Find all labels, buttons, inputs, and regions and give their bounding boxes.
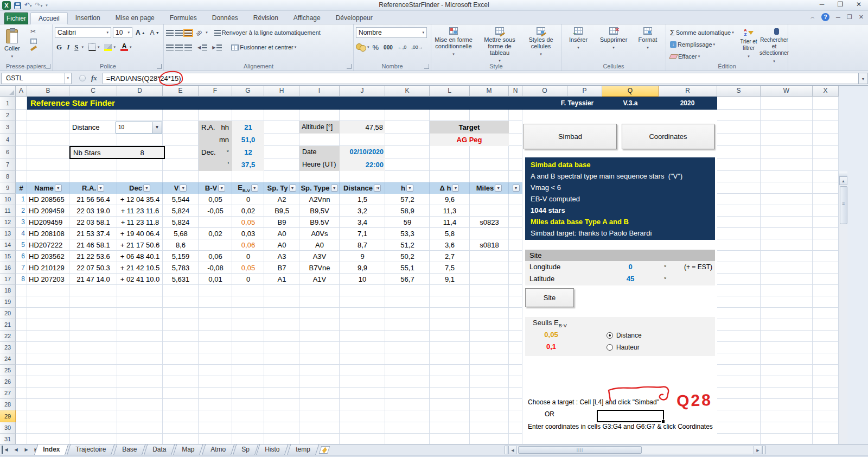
row-header-28[interactable]: 28 [0,399,16,410]
sheet-tab-trajectoire[interactable]: Trajectoire [67,445,115,455]
align-center-icon[interactable] [175,45,183,50]
currency-icon[interactable] [356,43,366,51]
column-header-D[interactable]: D [117,86,163,97]
font-size-combo[interactable]: 10▾ [113,27,132,38]
decrease-decimal-icon[interactable]: ,00→ [410,42,425,53]
column-header-N[interactable]: N [509,86,522,97]
sheet-tab-atmo[interactable]: Atmo [201,445,234,455]
sheet-tab-temp[interactable]: temp [286,445,318,455]
insert-function-icon[interactable]: fx [91,74,97,82]
increase-decimal-icon[interactable]: ←,0 [396,42,409,53]
column-header-J[interactable]: J [340,86,385,97]
ribbon-tab-révision[interactable]: Révision [246,12,286,24]
expand-formula-bar-icon[interactable]: ▼ [858,73,868,84]
row-header-16[interactable]: 16 [0,262,16,274]
clear-button[interactable]: Effacer▾ [668,51,736,62]
row-header-13[interactable]: 13 [0,228,16,239]
sort-filter-button[interactable]: AZ Trier et filtrer▾ [736,26,762,61]
target-value[interactable]: AG Peg [430,134,509,146]
column-header-F[interactable]: F [199,86,232,97]
column-header-B[interactable]: B [27,86,69,97]
sort-filter-dropdown-icon[interactable]: ↑▾ [374,185,381,192]
sheet-tab-index[interactable]: Index [34,445,69,455]
filter-dropdown-icon[interactable]: ▼ [289,185,296,192]
previous-sheet-icon[interactable]: ◀ [12,446,20,454]
name-box[interactable]: GSTL▾ [1,73,72,84]
row-header-6[interactable]: 6 [0,146,16,158]
number-dialog-launcher[interactable] [424,64,429,69]
close-icon[interactable]: ✕ [854,1,864,8]
sheet-tab-sp[interactable]: Sp [232,445,258,455]
filter-dropdown-icon[interactable]: ▼ [218,185,225,192]
underline-icon[interactable]: S [73,42,80,53]
row-header-4[interactable]: 4 [0,134,16,146]
filter-dropdown-icon[interactable]: ▼ [251,185,258,192]
radio-distance-row[interactable]: Distance [607,332,642,339]
number-format-combo[interactable]: Nombre▾ [356,27,427,38]
autosum-button[interactable]: ΣSomme automatique▾ [668,27,736,38]
filter-dropdown-icon[interactable]: ▼ [406,185,413,192]
minimize-icon[interactable]: ─ [817,1,827,8]
scroll-up-icon[interactable]: ▲ [839,176,847,185]
row-header-27[interactable]: 27 [0,388,16,399]
align-middle-icon[interactable] [175,30,183,36]
selected-cell-q29[interactable] [597,410,664,422]
vertical-split-handle[interactable] [839,172,847,176]
align-bottom-icon[interactable] [184,30,192,36]
ribbon-tab-insertion[interactable]: Insertion [68,12,108,24]
align-top-icon[interactable] [166,30,174,36]
column-header-H[interactable]: H [264,86,299,97]
column-header-W[interactable]: W [761,86,813,97]
increase-indent-icon[interactable]: ▶ [210,42,224,53]
ribbon-tab-développeur[interactable]: Développeur [328,12,380,24]
decrease-indent-icon[interactable]: ◀ [196,42,209,53]
font-color-icon[interactable]: A [120,43,128,51]
column-header-X[interactable]: X [813,86,839,97]
row-header-2[interactable]: 2 [0,110,16,121]
row-header-18[interactable]: 18 [0,285,16,296]
percent-icon[interactable]: % [371,42,381,53]
dropdown-arrow-icon[interactable]: ▼ [152,122,162,133]
wrap-text-button[interactable]: Renvoyer à la ligne automatiquement [213,27,322,38]
formula-input[interactable]: =RADIANS(Q28*24*15) [103,73,858,84]
longitude-value[interactable]: 0 [602,261,659,273]
simbad-button[interactable]: Simbad [524,124,617,149]
column-header-E[interactable]: E [163,86,199,97]
orientation-icon[interactable]: ab [195,28,203,37]
sheet-tab-data[interactable]: Data [144,445,175,455]
shrink-font-icon[interactable]: A▼ [149,27,161,38]
fill-button[interactable]: ↓Remplissage▾ [668,39,736,50]
tab-split-handle[interactable] [505,446,508,454]
column-header-A[interactable]: A [16,86,27,97]
column-header-I[interactable]: I [299,86,340,97]
row-header-7[interactable]: 7 [0,158,16,171]
latitude-value[interactable]: 45 [602,273,659,285]
ribbon-tab-données[interactable]: Données [205,12,246,24]
align-right-icon[interactable] [184,45,192,50]
date-value-box[interactable]: 02/10/2020 22:00 [340,146,385,171]
column-header-S[interactable]: S [717,86,761,97]
dec-min-value[interactable]: 37,5 [232,158,264,171]
paste-button[interactable]: Coller▾ [2,27,22,61]
row-header-19[interactable]: 19 [0,296,16,308]
row-header-8[interactable]: 8 [0,171,16,182]
ribbon-tab-formules[interactable]: Formules [162,12,205,24]
column-header-C[interactable]: C [69,86,117,97]
filter-dropdown-icon[interactable]: ▼ [452,185,459,192]
paste-dropdown-icon[interactable]: ▾ [11,53,14,60]
filter-dropdown-icon[interactable]: ▼ [143,185,150,192]
borders-icon[interactable] [88,43,96,51]
insert-worksheet-icon[interactable] [319,446,330,454]
row-header-31[interactable]: 31 [0,434,16,444]
row-header-10[interactable]: 10 [0,194,16,205]
row-header-24[interactable]: 24 [0,353,16,365]
vertical-scrollbar[interactable]: ▲ ▼ [839,172,847,457]
thousands-separator-icon[interactable]: 000 [382,42,394,53]
ribbon-tab-mise-en-page[interactable]: Mise en page [108,12,162,24]
column-header-K[interactable]: K [385,86,430,97]
filter-dropdown-icon[interactable]: ▼ [513,185,520,192]
file-tab[interactable]: Fichier [4,12,28,24]
ra-value-box[interactable]: 21 51,0 [232,121,264,146]
italic-icon[interactable]: I [65,42,71,53]
date-value[interactable]: 02/10/2020 [340,146,385,158]
